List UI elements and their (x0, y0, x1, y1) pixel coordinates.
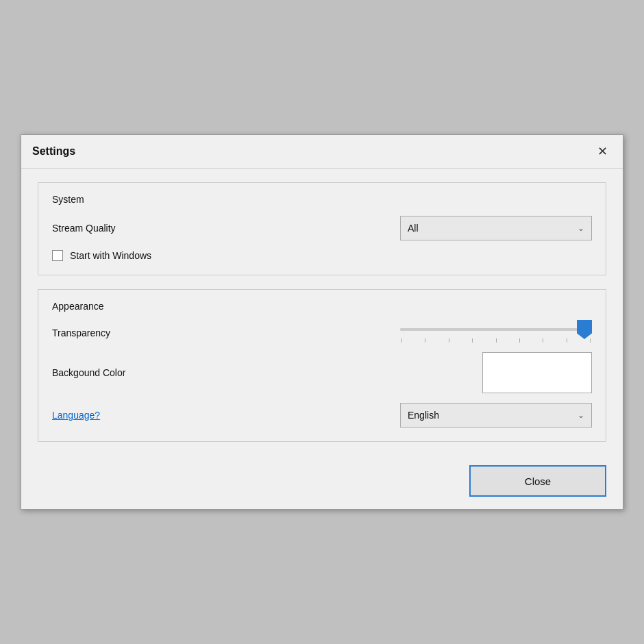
appearance-section-label: Appearance (52, 301, 592, 312)
transparency-label: Transparency (52, 327, 110, 338)
language-label: Language? (52, 410, 100, 421)
tick-2 (425, 338, 425, 343)
system-section: System Stream Quality All ⌄ Start with W… (38, 182, 606, 275)
language-link[interactable]: Language? (52, 410, 100, 421)
slider-fill (400, 328, 573, 331)
language-dropdown[interactable]: English ⌄ (400, 403, 592, 428)
slider-ticks (400, 336, 592, 343)
stream-quality-row: Stream Quality All ⌄ (52, 216, 592, 240)
tick-9 (590, 338, 591, 343)
close-icon-button[interactable]: ✕ (593, 142, 612, 161)
slider-track (400, 328, 592, 331)
transparency-row: Transparency (52, 323, 592, 343)
tick-7 (543, 338, 543, 343)
tick-1 (401, 338, 402, 343)
stream-quality-dropdown[interactable]: All ⌄ (400, 216, 592, 240)
transparency-slider[interactable] (400, 323, 592, 343)
title-bar: Settings ✕ (21, 135, 623, 169)
background-color-row: Backgound Color (52, 352, 592, 393)
slider-thumb[interactable] (577, 320, 592, 339)
start-with-windows-label: Start with Windows (70, 250, 151, 261)
dialog-title: Settings (32, 145, 75, 158)
language-value: English (408, 410, 439, 421)
tick-6 (519, 338, 520, 343)
appearance-section: Appearance Transparency (38, 289, 606, 442)
chevron-down-icon: ⌄ (578, 223, 584, 233)
chevron-down-icon: ⌄ (578, 410, 584, 420)
language-row: Language? English ⌄ (52, 403, 592, 428)
stream-quality-value: All (408, 223, 419, 234)
tick-5 (496, 338, 497, 343)
start-with-windows-checkbox[interactable] (52, 250, 63, 261)
tick-8 (567, 338, 567, 343)
tick-3 (449, 338, 449, 343)
close-button[interactable]: Close (469, 465, 606, 497)
settings-dialog: Settings ✕ System Stream Quality All ⌄ S… (21, 134, 623, 510)
tick-4 (472, 338, 473, 343)
background-color-label: Backgound Color (52, 367, 125, 378)
dialog-footer: Close (21, 456, 623, 509)
dialog-content: System Stream Quality All ⌄ Start with W… (21, 169, 623, 456)
slider-track-wrapper (400, 323, 592, 336)
background-color-picker[interactable] (482, 352, 592, 393)
start-with-windows-row: Start with Windows (52, 250, 592, 261)
system-section-label: System (52, 194, 592, 205)
stream-quality-label: Stream Quality (52, 223, 116, 234)
